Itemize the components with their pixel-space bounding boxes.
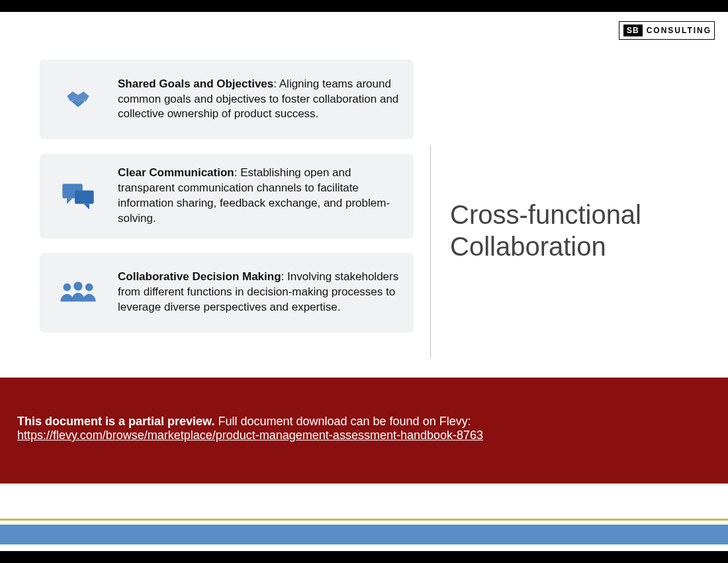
footer-stripe-accent [0, 519, 728, 521]
svg-point-5 [73, 282, 82, 290]
chat-icon [54, 181, 102, 211]
banner-lead: This document is a partial preview. Full… [17, 415, 711, 429]
card-shared-goals: Shared Goals and Objectives: Aligning te… [40, 60, 414, 139]
slide: SB CONSULTING Shared Goals and Objective… [0, 0, 728, 563]
bottom-border [0, 551, 728, 563]
logo-text: CONSULTING [647, 26, 711, 35]
svg-marker-1 [67, 198, 72, 203]
logo-badge: SB [623, 25, 643, 36]
banner-link[interactable]: https://flevy.com/browse/marketplace/pro… [17, 429, 483, 442]
svg-point-4 [64, 283, 71, 291]
card-text: Shared Goals and Objectives: Aligning te… [118, 77, 399, 123]
card-title: Collaborative Decision Making [118, 270, 281, 283]
banner-lead-bold: This document is a partial preview. [17, 415, 214, 428]
svg-rect-2 [75, 190, 94, 203]
vertical-separator [430, 146, 431, 358]
card-title: Clear Communication [118, 166, 234, 179]
card-text: Collaborative Decision Making: Involving… [118, 270, 399, 315]
footer-stripe-blue [0, 525, 728, 544]
card-clear-communication: Clear Communication: Establishing open a… [40, 154, 414, 238]
svg-marker-3 [83, 204, 89, 209]
handshake-icon [54, 86, 102, 113]
group-icon [54, 280, 102, 306]
card-text: Clear Communication: Establishing open a… [118, 166, 399, 227]
page-title: Cross-functional Collaboration [450, 199, 688, 262]
card-list: Shared Goals and Objectives: Aligning te… [40, 60, 414, 333]
card-collaborative-decision: Collaborative Decision Making: Involving… [40, 253, 414, 333]
banner-lead-rest: Full document download can be found on F… [214, 415, 471, 428]
card-title: Shared Goals and Objectives [118, 77, 273, 90]
svg-point-6 [85, 283, 93, 291]
top-border [0, 0, 728, 12]
preview-banner: This document is a partial preview. Full… [0, 378, 728, 484]
company-logo: SB CONSULTING [619, 21, 715, 40]
